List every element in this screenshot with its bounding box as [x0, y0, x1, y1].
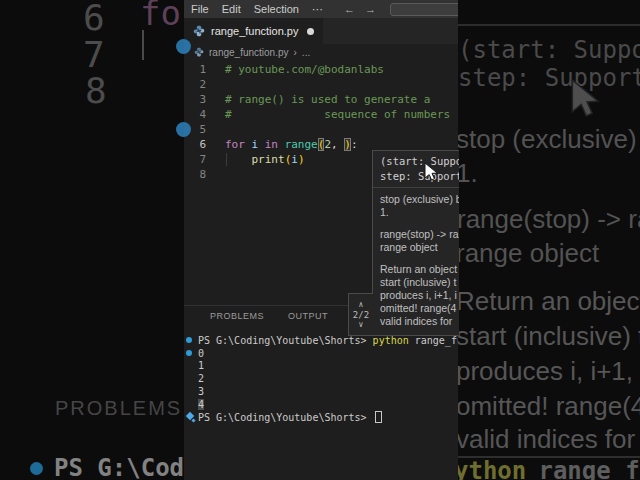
background-fragment: 8 [85, 73, 107, 109]
modified-dot-icon[interactable] [307, 28, 314, 35]
background-fragment: valid indices for [456, 426, 635, 452]
nav-forward-icon[interactable]: → [365, 3, 376, 15]
background-fragment: 7 [83, 37, 105, 73]
indent-guide [226, 153, 227, 166]
python-file-icon [194, 47, 204, 57]
command-success-dot-icon [186, 350, 192, 356]
tab-title: range_function.py [211, 25, 298, 37]
background-fragment [30, 462, 43, 475]
background-fragment: 6 [83, 0, 105, 36]
line-number: 8 [184, 167, 206, 182]
background-icon-artifact [176, 122, 191, 137]
code-text: print(i) [225, 152, 305, 167]
terminal-cursor [375, 411, 382, 423]
menu-item[interactable]: File [191, 3, 209, 16]
background-fragment: range_fu [524, 459, 640, 480]
panel-tab[interactable]: OUTPUT [288, 311, 328, 321]
terminal-line: 3 [184, 385, 458, 398]
line-number: 6 [184, 137, 206, 152]
overload-count: 2/2 [353, 310, 369, 320]
menu-items: FileEditSelection⋯ [191, 3, 323, 16]
breadcrumb[interactable]: range_function.py › ... [184, 44, 310, 60]
terminal-line: 1 [184, 360, 458, 373]
breadcrumb-file: range_function.py [209, 47, 289, 58]
code-text: # sequence of numbers [225, 107, 450, 122]
terminal-line: 0 [184, 347, 458, 360]
background-cursor-artifact [570, 78, 600, 118]
background-fragment: range(stop) -> ra [457, 206, 640, 232]
nav-back-icon[interactable]: ← [344, 3, 355, 15]
background-icon-artifact [176, 39, 191, 54]
tab-range-function[interactable]: range_function.py [184, 18, 323, 44]
panel-tab[interactable]: PROBLEMS [210, 311, 264, 321]
code-line: 2 [184, 77, 458, 92]
background-fragment: start (inclusive) t [456, 323, 640, 349]
line-number: 7 [184, 152, 206, 167]
terminal-line: PS G:\Coding\Youtube\Shorts> [184, 411, 458, 424]
overload-up-icon[interactable]: ∧ [359, 300, 364, 310]
line-number: 4 [184, 107, 206, 122]
terminal-decoration [184, 337, 198, 343]
code-line: 1# youtube.com/@bodanlabs [184, 62, 458, 77]
terminal-decoration [184, 411, 198, 423]
code-line: 5 [184, 122, 458, 137]
command-center-search-box[interactable] [390, 3, 458, 16]
code-text: for i in range(2, ): [225, 137, 358, 152]
background-fragment: produces i, i+1, i [456, 358, 640, 384]
background-fragment: (start: Suppo [458, 38, 640, 62]
mouse-cursor [424, 162, 438, 181]
background-fragment: ython [454, 459, 526, 480]
python-file-icon [193, 25, 205, 37]
terminal-line: 2 [184, 372, 458, 385]
overload-down-icon[interactable]: ∨ [359, 320, 364, 330]
code-text: # youtube.com/@bodanlabs [225, 62, 384, 77]
menu-bar: FileEditSelection⋯ ← → [184, 0, 458, 18]
background-fragment: step: Support [458, 66, 640, 90]
tooltip-pagination: ∧ 2/2 ∨ [348, 293, 373, 336]
shell-sparkle-icon [186, 411, 196, 423]
breadcrumb-separator: › [294, 47, 297, 58]
background-fragment [142, 30, 144, 60]
video-frame: 678forPROBLEMSPS G:\Codi(start: Supposte… [0, 0, 640, 480]
background-fragment: Return an object [456, 288, 640, 314]
tooltip-signature: (start: Suppostep: Support [373, 151, 459, 188]
breadcrumb-more: ... [302, 47, 310, 58]
background-fragment: stop (exclusive) b [456, 126, 640, 152]
tab-bar: range_function.py [184, 18, 458, 44]
terminal-lines[interactable]: PS G:\Coding\Youtube\Shorts> python rang… [184, 334, 458, 424]
menu-item[interactable]: Edit [222, 3, 241, 16]
menu-item[interactable]: Selection [254, 3, 299, 16]
background-fragment: PROBLEMS [55, 398, 182, 418]
parameter-hints-tooltip: (start: Suppostep: Support stop (exclusi… [372, 150, 459, 336]
code-line: 3# range() is used to generate a [184, 92, 458, 107]
background-fragment: 1. [456, 160, 478, 186]
background-fragment [458, 24, 640, 26]
line-number: 3 [184, 92, 206, 107]
background-fragment: omitted! range(4 [456, 393, 640, 419]
tooltip-docs: stop (exclusive) b1.range(stop) -> raran… [373, 188, 459, 328]
terminal-decoration [184, 350, 198, 356]
code-line: 4# sequence of numbers [184, 107, 458, 122]
line-number: 2 [184, 77, 206, 92]
menu-item[interactable]: ⋯ [312, 3, 323, 16]
background-fragment: PS G:\Codi [54, 456, 199, 480]
command-success-dot-icon [186, 337, 192, 343]
line-number: 1 [184, 62, 206, 77]
code-text: # range() is used to generate a [225, 92, 430, 107]
background-fragment: range object [456, 240, 599, 266]
terminal-line: 4 [184, 398, 458, 411]
